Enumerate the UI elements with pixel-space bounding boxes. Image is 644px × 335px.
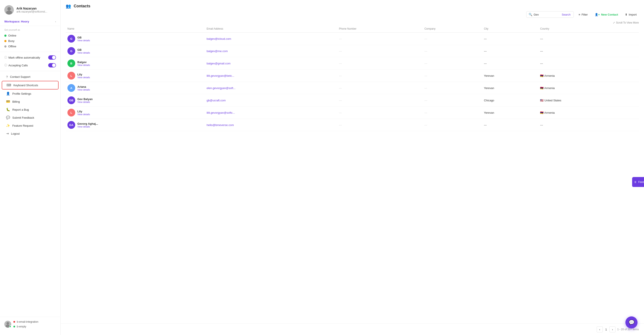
sidebar-footer: b-email-integration b-empty <box>0 317 60 332</box>
cell-company-1: --- <box>423 45 482 57</box>
cell-country-7: --- <box>538 119 639 131</box>
search-icon: 🔍 <box>528 13 532 16</box>
menu-keyboard-shortcuts[interactable]: ⌨ Keyboard Shortcuts <box>2 81 58 90</box>
toggle-section: ⓘ Mark offline automatically ⓘ Accepting… <box>0 52 60 71</box>
view-details-2[interactable]: View details <box>77 64 90 66</box>
table-row: G GB View details balgev@me.com --- --- … <box>66 45 639 57</box>
workspace-b-empty: b-empty <box>14 324 56 329</box>
menu-submit-feedback[interactable]: 💬 Submit Feedback <box>2 114 58 122</box>
profile-settings-icon: 👤 <box>6 92 10 96</box>
cell-country-5: 🇺🇸 United States <box>538 94 639 106</box>
accepting-calls-toggle-row: ⓘ Accepting Calls <box>4 62 56 69</box>
view-details-1[interactable]: View details <box>77 52 90 54</box>
workspace-label: Workspace: Hoory <box>4 20 29 23</box>
email-link-3[interactable]: lilit.gevorgyan@betc... <box>206 74 234 77</box>
menu-section: ? Contact Support ⌨ Keyboard Shortcuts 👤… <box>0 71 60 317</box>
contact-avatar-2: B <box>68 60 75 67</box>
cell-name-7: GA Gevorg Aghaj... View details <box>66 119 205 131</box>
accepting-calls-toggle[interactable] <box>48 63 56 68</box>
view-details-7[interactable]: View details <box>77 125 98 128</box>
cell-city-2: --- <box>482 57 538 70</box>
contact-info-1: GB View details <box>77 48 90 54</box>
cell-company-3: --- <box>423 70 482 82</box>
footer-row: b-email-integration b-empty <box>4 320 56 329</box>
contacts-page-icon: 👥 <box>66 4 71 9</box>
cell-phone-7: --- <box>337 119 423 131</box>
next-page-button[interactable]: › <box>610 326 616 332</box>
email-link-5[interactable]: gb@ucraft.com <box>206 99 226 102</box>
search-button[interactable]: Search <box>561 13 572 16</box>
menu-feature-request[interactable]: ✨ Feature Request <box>2 122 58 130</box>
new-contact-button[interactable]: 👤+ New Contact <box>592 12 620 18</box>
online-indicator <box>9 326 11 328</box>
page-title: Contacts <box>74 4 90 8</box>
email-link-4[interactable]: elen.gevorgyan@soft... <box>206 86 236 90</box>
chat-fab-button[interactable]: 💬 <box>626 316 638 328</box>
profile-info: Arik Nazaryan arik.nazaryan@softconst... <box>16 7 56 13</box>
logout-icon: ⇥ <box>6 132 9 136</box>
menu-profile-settings[interactable]: 👤 Profile Settings <box>2 90 58 98</box>
cell-company-7: --- <box>423 119 482 131</box>
cell-phone-1: --- <box>337 45 423 57</box>
contact-avatar-6: L <box>68 109 75 116</box>
feedback-tab[interactable]: ✉ Feedback <box>632 177 644 187</box>
cell-city-6: Yerevan <box>482 106 538 119</box>
cell-company-2: --- <box>423 57 482 70</box>
cell-email-6: lilit.gevorgyan@softc... <box>205 106 337 119</box>
cell-country-2: --- <box>538 57 639 70</box>
menu-contact-support[interactable]: ? Contact Support <box>2 73 58 80</box>
prev-page-button[interactable]: ‹ <box>597 326 603 332</box>
bug-icon: 🐛 <box>6 108 10 112</box>
contact-info-7: Gevorg Aghaj... View details <box>77 122 98 128</box>
view-details-4[interactable]: View details <box>77 88 90 91</box>
contact-avatar-1: G <box>68 47 75 55</box>
import-button[interactable]: ⬆ Import <box>623 12 639 18</box>
menu-logout[interactable]: ⇥ Logout <box>2 130 58 138</box>
email-link-7[interactable]: hello@bmeverse.com <box>206 124 234 127</box>
cell-name-4: A Ariana View details <box>66 82 205 94</box>
sidebar-profile: Arik Nazaryan arik.nazaryan@softconst... <box>0 4 60 18</box>
search-box: 🔍 Search <box>526 11 574 18</box>
email-link-2[interactable]: balgev@gmail.com <box>206 62 230 65</box>
toolbar: 🔍 Search ≡ Filter 👤+ New Contact ⬆ Impor… <box>60 9 644 20</box>
mark-offline-toggle-row: ⓘ Mark offline automatically <box>4 54 56 62</box>
cell-email-5: gb@ucraft.com <box>205 94 337 106</box>
menu-report-bug[interactable]: 🐛 Report a Bug <box>2 106 58 114</box>
filter-button[interactable]: ≡ Filter <box>576 12 590 18</box>
contact-avatar-5: GB <box>68 96 75 104</box>
status-offline[interactable]: Offline <box>4 44 56 49</box>
status-online[interactable]: Online <box>4 33 56 38</box>
mark-offline-label: ⓘ Mark offline automatically <box>4 56 40 60</box>
flag-6: 🇦🇲 <box>540 111 544 114</box>
cell-name-6: L Lily View details <box>66 106 205 119</box>
profile-email: arik.nazaryan@softconst... <box>16 10 56 13</box>
search-input[interactable] <box>534 13 560 16</box>
menu-billing[interactable]: 💳 Billing <box>2 98 58 106</box>
contact-avatar-3: L <box>68 72 75 80</box>
view-details-5[interactable]: View details <box>77 101 93 103</box>
mark-offline-toggle[interactable] <box>48 55 56 60</box>
view-details-3[interactable]: View details <box>77 76 90 79</box>
status-busy[interactable]: Busy <box>4 38 56 44</box>
cell-email-4: elen.gevorgyan@soft... <box>205 82 337 94</box>
email-link-1[interactable]: balgev@me.com <box>206 50 228 53</box>
chevron-right-icon: › <box>55 20 56 23</box>
workspace-section[interactable]: Workspace: Hoory › <box>0 18 60 26</box>
cell-phone-0: --- <box>337 33 423 45</box>
table-body: G GB View details balgev@icloud.com --- … <box>66 33 639 131</box>
view-details-0[interactable]: View details <box>77 39 90 42</box>
col-country: Country <box>538 25 639 33</box>
new-contact-icon: 👤+ <box>595 13 600 16</box>
view-details-6[interactable]: View details <box>77 113 90 116</box>
feedback-label: Feedback <box>638 180 644 184</box>
email-link-6[interactable]: lilit.gevorgyan@softc... <box>206 111 235 114</box>
cell-company-0: --- <box>423 33 482 45</box>
current-page: 1 <box>604 328 608 331</box>
email-link-0[interactable]: balgev@icloud.com <box>206 37 231 40</box>
contact-name-7: Gevorg Aghaj... <box>77 122 98 125</box>
svg-point-1 <box>7 7 11 10</box>
status-section: Set yourself as Online Busy Offline <box>0 26 60 52</box>
feedback-icon: 💬 <box>6 116 10 120</box>
cell-company-4: --- <box>423 82 482 94</box>
table-row: GA Gevorg Aghaj... View details hello@bm… <box>66 119 639 131</box>
